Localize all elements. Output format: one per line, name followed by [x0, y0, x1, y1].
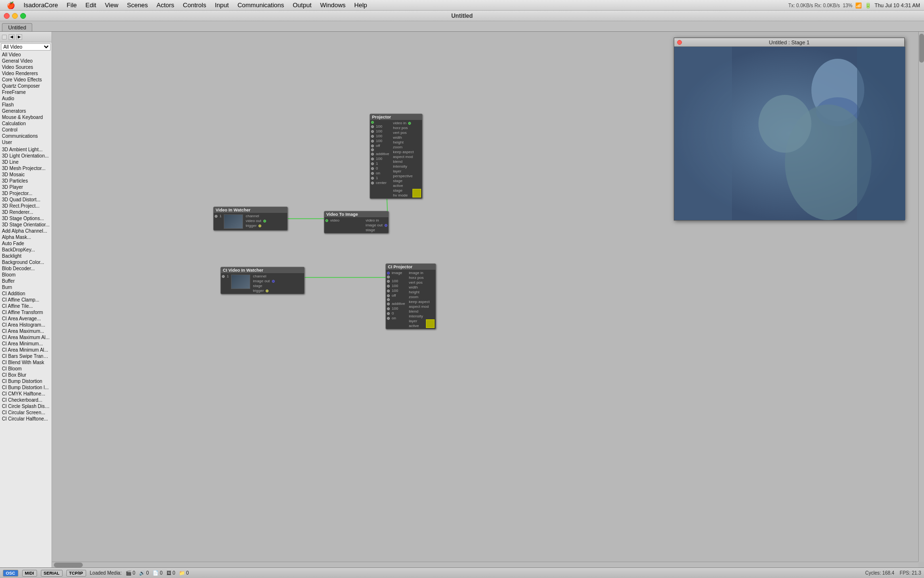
sidebar-item-32[interactable]: BackDropKey... — [0, 247, 51, 253]
menu-edit[interactable]: Edit — [82, 0, 100, 10]
menu-scenes[interactable]: Scenes — [123, 0, 152, 10]
sidebar-item-41[interactable]: CI Affine Tile... — [0, 303, 51, 309]
sidebar-item-13[interactable]: Communications — [0, 133, 51, 139]
sidebar-item-6[interactable]: FreeFrame — [0, 89, 51, 95]
sidebar-item-52[interactable]: CI Box Blur — [0, 372, 51, 378]
video-in-watcher-node[interactable]: Video In Watcher 1 channel video out tri… — [213, 207, 288, 231]
sidebar-item-38[interactable]: Burn — [0, 284, 51, 290]
sidebar-item-5[interactable]: Quartz Composer — [0, 83, 51, 89]
sidebar-item-14[interactable]: User — [0, 139, 51, 145]
sidebar-item-0[interactable]: All Video — [0, 52, 51, 58]
sidebar-item-3[interactable]: Video Renderers — [0, 70, 51, 77]
sidebar-item-12[interactable]: Control — [0, 127, 51, 133]
category-select[interactable]: All Video General Video Video Sources — [1, 43, 51, 51]
sidebar-item-1[interactable]: General Video — [0, 58, 51, 64]
sidebar-item-58[interactable]: CI Circular Screen... — [0, 409, 51, 416]
sidebar-item-23[interactable]: 3D Projector... — [0, 190, 51, 197]
sidebar-item-4[interactable]: Core Video Effects — [0, 77, 51, 83]
vscroll-thumb[interactable] — [919, 34, 924, 63]
sidebar-item-43[interactable]: CI Area Average... — [0, 315, 51, 322]
sidebar-item-53[interactable]: CI Bump Distortion — [0, 378, 51, 384]
sidebar-item-37[interactable]: Buffer — [0, 278, 51, 284]
sidebar-item-36[interactable]: Bloom — [0, 272, 51, 278]
canvas-area[interactable]: Projector 100 100 100 100 off additive 1… — [52, 32, 924, 567]
sidebar-item-57[interactable]: CI Circle Splash Dist... — [0, 403, 51, 409]
sidebar-item-34[interactable]: Background Color... — [0, 259, 51, 265]
sidebar-item-28[interactable]: 3D Stage Orientatior... — [0, 222, 51, 228]
canvas-vscroll[interactable] — [918, 32, 924, 562]
sidebar-item-16[interactable]: 3D Ambient Light... — [0, 146, 51, 153]
sidebar-item-54[interactable]: CI Bump Distortion l... — [0, 384, 51, 391]
sidebar-item-55[interactable]: CI CMYK Halftone... — [0, 391, 51, 397]
sidebar-item-39[interactable]: CI Addition — [0, 290, 51, 297]
maximize-button[interactable] — [20, 13, 26, 19]
sidebar-item-49[interactable]: CI Bars Swipe Trans... — [0, 353, 51, 359]
sidebar-item-2[interactable]: Video Sources — [0, 64, 51, 70]
sidebar-item-24[interactable]: 3D Quad Distort... — [0, 197, 51, 203]
menu-output[interactable]: Output — [289, 0, 315, 10]
sidebar-item-25[interactable]: 3D Rect.Project... — [0, 203, 51, 209]
sidebar-item-44[interactable]: CI Area Histogram... — [0, 322, 51, 328]
sidebar-item-40[interactable]: CI Affine Clamp... — [0, 297, 51, 303]
sidebar-item-42[interactable]: CI Affine Transform — [0, 309, 51, 315]
sidebar-item-59[interactable]: CI Circular Halftone... — [0, 416, 51, 422]
menu-actors[interactable]: Actors — [153, 0, 178, 10]
serial-button[interactable]: SERIAL — [41, 570, 63, 577]
minimize-button[interactable] — [12, 13, 18, 19]
sidebar-item-31[interactable]: Auto Fade — [0, 240, 51, 247]
canvas-hscroll[interactable] — [52, 562, 918, 567]
sidebar-item-18[interactable]: 3D Line — [0, 159, 51, 165]
sidebar-item-29[interactable]: Add Alpha Channel... — [0, 228, 51, 234]
menu-isadora[interactable]: IsadoraCore — [20, 0, 62, 10]
sidebar-item-11[interactable]: Calculation — [0, 120, 51, 127]
sidebar-item-21[interactable]: 3D Particles — [0, 178, 51, 184]
tab-bar: Untitled — [0, 21, 924, 32]
menu-input[interactable]: Input — [211, 0, 233, 10]
ci-video-in-watcher-node[interactable]: CI Video In Watcher 1 channel image out … — [220, 267, 305, 294]
sidebar-item-10[interactable]: Mouse & Keyboard — [0, 114, 51, 120]
apple-menu[interactable]: 🍎 — [3, 1, 19, 9]
ci-projector-node[interactable]: CI Projector image 100 100 100 off addit… — [385, 263, 436, 329]
menu-help[interactable]: Help — [350, 0, 371, 10]
hscroll-thumb[interactable] — [54, 563, 83, 567]
menu-communications[interactable]: Communications — [233, 0, 288, 10]
sidebar-item-7[interactable]: Audio — [0, 95, 51, 102]
sidebar-item-47[interactable]: CI Area Minimum... — [0, 341, 51, 347]
sidebar-item-51[interactable]: CI Bloom — [0, 366, 51, 372]
projector-node[interactable]: Projector 100 100 100 100 off additive 1… — [370, 114, 423, 199]
sidebar-item-27[interactable]: 3D Stage Options... — [0, 215, 51, 222]
sidebar-item-26[interactable]: 3D Renderer... — [0, 209, 51, 215]
midi-button[interactable]: MIDI — [22, 570, 37, 577]
projector-outputs: video in horz pos vert pos width height … — [392, 121, 415, 197]
scene-tab[interactable]: Untitled — [2, 23, 32, 31]
menu-view[interactable]: View — [101, 0, 122, 10]
close-button[interactable] — [4, 13, 10, 19]
sidebar-item-35[interactable]: Blob Decoder... — [0, 265, 51, 272]
stage-close-button[interactable] — [677, 40, 682, 45]
sidebar-item-22[interactable]: 3D Player — [0, 184, 51, 190]
sidebar-item-56[interactable]: CI Checkerboard... — [0, 397, 51, 403]
sidebar-item-48[interactable]: CI Area Minimum Al... — [0, 347, 51, 353]
sidebar-close-button[interactable] — [2, 35, 7, 39]
tcpip-button[interactable]: TCP/IP — [66, 570, 86, 577]
video-to-image-node[interactable]: Video To Image video video in image out … — [324, 211, 389, 234]
svg-rect-7 — [674, 47, 732, 220]
sidebar-item-19[interactable]: 3D Mesh Projector... — [0, 165, 51, 171]
sidebar-scroll-down[interactable]: ▶ — [16, 34, 22, 40]
menu-file[interactable]: File — [63, 0, 81, 10]
sidebar-item-20[interactable]: 3D Mosaic — [0, 171, 51, 178]
sidebar-item-33[interactable]: Backlight — [0, 253, 51, 259]
stage-titlebar: Untitled : Stage 1 — [674, 38, 904, 47]
sidebar-item-50[interactable]: CI Blend With Mask — [0, 359, 51, 366]
sidebar-item-45[interactable]: CI Area Maximum... — [0, 328, 51, 334]
sidebar-item-8[interactable]: Flash — [0, 102, 51, 108]
sidebar-item-30[interactable]: Alpha Mask... — [0, 234, 51, 240]
sidebar-item-17[interactable]: 3D Light Orientation... — [0, 153, 51, 159]
sidebar-item-46[interactable]: CI Area Maximum Al... — [0, 334, 51, 341]
sidebar-item-9[interactable]: Generators — [0, 108, 51, 114]
osc-button[interactable]: OSC — [3, 570, 18, 577]
battery-icon: 🔋 — [865, 2, 872, 9]
sidebar-scroll-up[interactable]: ◀ — [9, 34, 14, 40]
menu-controls[interactable]: Controls — [179, 0, 210, 10]
menu-windows[interactable]: Windows — [316, 0, 349, 10]
